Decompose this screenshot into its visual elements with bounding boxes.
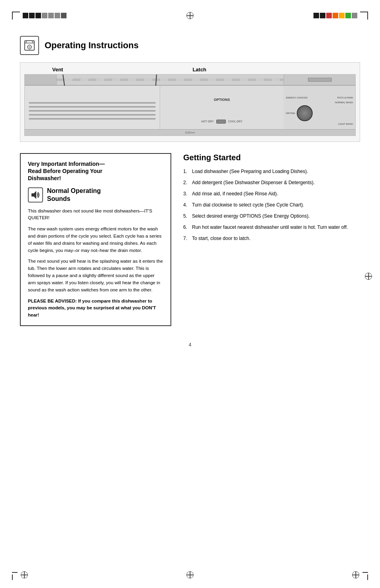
border-bar-2 xyxy=(29,13,35,18)
bottom-left-reg-mark xyxy=(21,571,28,578)
step-4: 4. Turn dial clockwise to select cycle (… xyxy=(183,201,360,208)
left-column: Very Important Information— Read Before … xyxy=(20,153,171,326)
step-6: 6. Run hot water faucet nearest dishwash… xyxy=(183,224,360,231)
border-bar-3 xyxy=(35,13,41,18)
border-bar-r4 xyxy=(333,13,338,18)
rack-line-4 xyxy=(29,114,156,116)
energy-choices-label: ENERGY CHOICES xyxy=(286,96,308,99)
nos-para3: The next sound you will hear is the spla… xyxy=(28,258,163,293)
page-title: Operating Instructions xyxy=(45,40,139,51)
dw-center-section: OPTIONS HOT DRY COOL DRY xyxy=(160,86,284,136)
getting-started-title: Getting Started xyxy=(183,153,360,162)
steps-list: 1. Load dishwasher (See Preparing and Lo… xyxy=(183,168,360,242)
step-6-text: Run hot water faucet nearest dishwasher … xyxy=(192,224,348,231)
sound-waves-svg xyxy=(30,189,41,201)
section-header: Operating Instructions xyxy=(20,36,360,55)
latch-label: Latch xyxy=(192,67,206,73)
svg-point-8 xyxy=(32,41,33,43)
step-2-num: 2. xyxy=(183,179,190,186)
border-bar-5 xyxy=(48,13,54,18)
step-3-text: Add rinse aid, if needed (See Rinse Aid)… xyxy=(192,190,278,197)
bottom-left-area xyxy=(12,571,28,580)
corner-mark-top-right xyxy=(360,12,368,20)
important-info-box: Very Important Information— Read Before … xyxy=(20,153,171,326)
operating-instructions-icon xyxy=(20,36,39,55)
dw-switch xyxy=(216,120,226,124)
cycle-dial xyxy=(297,105,313,121)
light-wash-label: LIGHT WASH xyxy=(338,123,353,125)
step-3: 3. Add rinse aid, if needed (See Rinse A… xyxy=(183,190,360,197)
vent-label: Vent xyxy=(52,67,63,73)
step-1-text: Load dishwasher (See Preparing and Loadi… xyxy=(192,168,308,175)
step-6-num: 6. xyxy=(183,224,190,231)
rack-line-5 xyxy=(29,118,156,120)
step-1-num: 1. xyxy=(183,168,190,175)
step-7-num: 7. xyxy=(183,235,190,242)
svg-point-2 xyxy=(29,46,30,48)
step-5-num: 5. xyxy=(183,212,190,220)
step-1: 1. Load dishwasher (See Preparing and Lo… xyxy=(183,168,360,175)
important-info-title: Very Important Information— Read Before … xyxy=(28,160,163,182)
border-bar-r6 xyxy=(345,13,351,18)
corner-mark-top-left xyxy=(12,12,20,20)
dishwasher-diagram: Vent Latch xyxy=(20,62,360,142)
dishwasher-icon-svg xyxy=(23,39,36,52)
bottom-border xyxy=(0,571,380,580)
corner-v-line xyxy=(12,574,13,580)
top-border xyxy=(0,0,380,24)
pots-pans-label: POTS & PANS xyxy=(337,96,353,99)
corner-h-line xyxy=(12,572,18,573)
temp-controls: HOT DRY COOL DRY xyxy=(201,120,242,124)
bottom-left-corner xyxy=(12,572,18,580)
bottom-center-reg xyxy=(186,571,194,580)
step-4-text: Turn dial clockwise to select cycle (See… xyxy=(192,201,304,208)
dw-right-section: ENERGY CHOICES POTS & PANS NORMAL WASH D… xyxy=(284,86,355,136)
rack-line-2 xyxy=(29,106,156,108)
border-bar-1 xyxy=(23,13,28,18)
sound-icon xyxy=(28,187,43,203)
corner-v-line-r xyxy=(367,574,368,580)
svg-point-7 xyxy=(26,41,27,43)
nos-title: Normal Operating Sounds xyxy=(47,187,101,203)
dw-door-panel xyxy=(25,75,355,86)
right-margin-reg-mark xyxy=(365,273,372,281)
page-number: 4 xyxy=(189,342,192,348)
rack-line-1 xyxy=(29,102,156,104)
bottom-right-corner xyxy=(362,572,368,580)
border-bar-r1 xyxy=(313,13,319,18)
two-col-layout: Very Important Information— Read Before … xyxy=(20,153,360,326)
nos-title-line1: Normal Operating xyxy=(47,187,101,195)
page-number-area: 4 xyxy=(20,342,360,356)
step-5-text: Select desired energy OPTIONS (See Energ… xyxy=(192,212,309,220)
step-5: 5. Select desired energy OPTIONS (See En… xyxy=(183,212,360,220)
step-2: 2. Add detergent (See Dishwasher Dispens… xyxy=(183,179,360,186)
nos-header: Normal Operating Sounds xyxy=(28,187,163,203)
svg-marker-9 xyxy=(31,191,36,199)
step-4-num: 4. xyxy=(183,201,190,208)
nos-para1: This dishwasher does not sound like most… xyxy=(28,208,163,222)
options-label: OPTIONS xyxy=(214,98,230,102)
border-bar-r3 xyxy=(326,13,332,18)
bottom-center-reg-mark xyxy=(186,571,194,578)
border-bar-6 xyxy=(55,13,60,18)
border-right xyxy=(313,12,368,20)
registration-mark-top xyxy=(186,12,194,19)
diagram-labels: Vent Latch xyxy=(20,63,360,74)
nos-title-line2: Sounds xyxy=(47,195,101,203)
dw-bottom-bar: GSD•••• xyxy=(25,129,355,136)
bottom-right-area xyxy=(352,571,368,580)
important-title-text: Very Important Information— Read Before … xyxy=(28,161,105,181)
main-content: Operating Instructions Vent Latch xyxy=(0,24,380,372)
bottom-right-reg-mark xyxy=(352,571,359,578)
border-bar-r7 xyxy=(352,13,357,18)
dw-panel-stripe xyxy=(57,79,284,81)
hot-dry-label: HOT DRY xyxy=(201,120,214,123)
step-2-text: Add detergent (See Dishwasher Dispenser … xyxy=(192,179,315,186)
step-7: 7. To start, close door to latch. xyxy=(183,235,360,242)
normal-wash-label: NORMAL WASH xyxy=(335,101,353,104)
cool-dry-label: COOL DRY xyxy=(228,120,243,123)
border-bar-r5 xyxy=(339,13,345,18)
nos-bold-para: PLEASE BE ADVISED: If you compare this d… xyxy=(28,298,163,319)
step-3-num: 3. xyxy=(183,190,190,197)
dw-interior: OPTIONS HOT DRY COOL DRY ENERGY CHOICES … xyxy=(25,86,355,136)
